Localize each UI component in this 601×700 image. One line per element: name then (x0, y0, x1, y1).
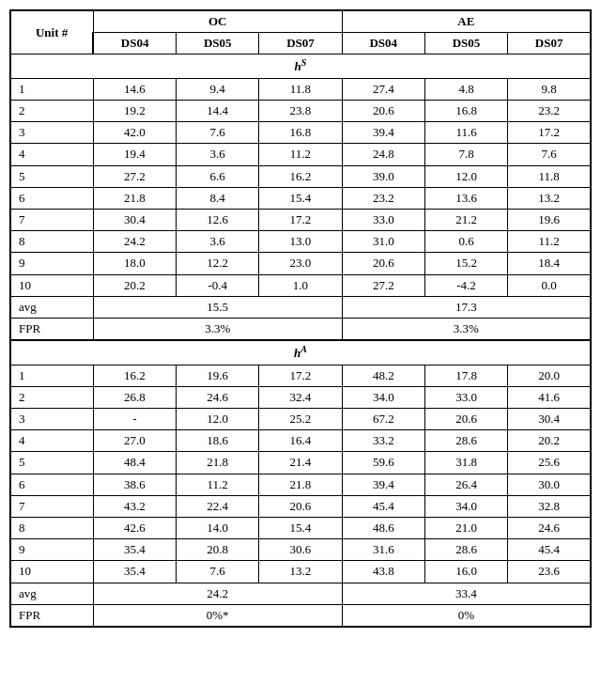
oc-ds05-cell: 11.2 (177, 474, 259, 495)
table-row: 7 43.2 22.4 20.6 45.4 34.0 32.8 (10, 495, 591, 517)
fpr-ae-a: 0% (342, 604, 591, 627)
ae-ds05-cell: 20.6 (424, 409, 507, 430)
data-table: Unit # OC AE DS04 DS05 DS07 DS04 DS05 DS… (9, 9, 592, 628)
ae-ds04-cell: 48.2 (342, 365, 424, 386)
oc-ds07-cell: 16.4 (259, 430, 342, 452)
ae-ds04-cell: 59.6 (342, 452, 424, 474)
ae-ds05-cell: 33.0 (424, 386, 507, 408)
table-row: 4 27.0 18.6 16.4 33.2 28.6 20.2 (10, 430, 591, 452)
oc-ds05-cell: 19.6 (177, 365, 259, 386)
header-row-ds: DS04 DS05 DS07 DS04 DS05 DS07 (10, 33, 591, 54)
table-row: 6 38.6 11.2 21.8 39.4 26.4 30.0 (10, 474, 591, 495)
avg-oc-s: 15.5 (93, 296, 342, 318)
ae-ds04-header: DS04 (342, 33, 424, 54)
table-row: 1 16.2 19.6 17.2 48.2 17.8 20.0 (10, 365, 591, 386)
ae-ds05-cell: 31.8 (424, 452, 507, 474)
ae-ds05-cell: 0.6 (424, 231, 507, 253)
ae-ds07-cell: 23.6 (508, 561, 591, 583)
oc-header: OC (93, 10, 342, 33)
ae-ds07-cell: 20.0 (508, 365, 591, 386)
oc-ds04-cell: 38.6 (93, 474, 176, 495)
ae-ds04-cell: 33.0 (342, 210, 424, 231)
unit-cell: 5 (10, 165, 93, 187)
oc-ds05-cell: 18.6 (177, 430, 259, 452)
ae-ds07-cell: 0.0 (508, 274, 591, 296)
ae-ds04-cell: 39.4 (342, 474, 424, 495)
header-row-group: Unit # OC AE (10, 10, 591, 33)
ae-ds04-cell: 23.2 (342, 187, 424, 209)
table-row: 9 18.0 12.2 23.0 20.6 15.2 18.4 (10, 253, 591, 274)
oc-ds04-cell: 16.2 (93, 365, 176, 386)
oc-ds04-cell: 14.6 (93, 78, 176, 100)
oc-ds04-cell: 42.0 (93, 122, 176, 144)
ae-ds05-cell: -4.2 (424, 274, 507, 296)
oc-ds04-cell: 35.4 (93, 561, 176, 583)
oc-ds07-cell: 11.8 (259, 78, 342, 100)
oc-ds04-cell: 27.2 (93, 165, 176, 187)
ae-ds05-cell: 16.0 (424, 561, 507, 583)
oc-ds04-cell: 43.2 (93, 495, 176, 517)
unit-cell: 3 (10, 122, 93, 144)
ae-ds07-cell: 18.4 (508, 253, 591, 274)
ae-ds04-cell: 27.4 (342, 78, 424, 100)
unit-cell: 3 (10, 409, 93, 430)
oc-ds07-cell: 23.0 (259, 253, 342, 274)
ae-ds07-cell: 13.2 (508, 187, 591, 209)
ae-ds05-cell: 4.8 (424, 78, 507, 100)
oc-ds04-cell: 24.2 (93, 231, 176, 253)
oc-ds05-cell: 3.6 (177, 144, 259, 165)
ae-ds07-cell: 32.8 (508, 495, 591, 517)
unit-cell: 10 (10, 274, 93, 296)
oc-ds07-cell: 15.4 (259, 187, 342, 209)
ae-ds05-cell: 7.8 (424, 144, 507, 165)
oc-ds05-cell: -0.4 (177, 274, 259, 296)
unit-cell: 4 (10, 144, 93, 165)
ae-ds04-cell: 20.6 (342, 253, 424, 274)
oc-ds05-cell: 8.4 (177, 187, 259, 209)
table-row: 8 24.2 3.6 13.0 31.0 0.6 11.2 (10, 231, 591, 253)
oc-ds05-cell: 12.2 (177, 253, 259, 274)
oc-ds05-cell: 7.6 (177, 561, 259, 583)
fpr-label-a: FPR (10, 604, 93, 627)
unit-cell: 10 (10, 561, 93, 583)
oc-ds04-cell: 21.8 (93, 187, 176, 209)
unit-cell: 2 (10, 386, 93, 408)
ae-ds05-cell: 16.8 (424, 101, 507, 122)
ae-ds04-cell: 24.8 (342, 144, 424, 165)
ae-ds07-cell: 30.0 (508, 474, 591, 495)
unit-cell: 6 (10, 187, 93, 209)
unit-cell: 2 (10, 101, 93, 122)
section-a-header-row: hA (10, 340, 591, 365)
table-row: 4 19.4 3.6 11.2 24.8 7.8 7.6 (10, 144, 591, 165)
ae-ds04-cell: 39.0 (342, 165, 424, 187)
oc-ds04-cell: 27.0 (93, 430, 176, 452)
avg-oc-a: 24.2 (93, 583, 342, 604)
ae-ds07-header: DS07 (508, 33, 591, 54)
ae-ds07-cell: 23.2 (508, 101, 591, 122)
unit-cell: 9 (10, 539, 93, 561)
oc-ds04-cell: 19.2 (93, 101, 176, 122)
oc-ds07-cell: 17.2 (259, 365, 342, 386)
oc-ds07-cell: 21.4 (259, 452, 342, 474)
unit-cell: 5 (10, 452, 93, 474)
fpr-oc-s: 3.3% (93, 318, 342, 340)
oc-ds07-cell: 30.6 (259, 539, 342, 561)
oc-ds05-cell: 7.6 (177, 122, 259, 144)
oc-ds04-cell: 19.4 (93, 144, 176, 165)
oc-ds07-cell: 32.4 (259, 386, 342, 408)
oc-ds05-cell: 24.6 (177, 386, 259, 408)
unit-cell: 4 (10, 430, 93, 452)
table-row: 10 20.2 -0.4 1.0 27.2 -4.2 0.0 (10, 274, 591, 296)
ae-ds05-cell: 15.2 (424, 253, 507, 274)
fpr-oc-a: 0%* (93, 604, 342, 627)
oc-ds07-cell: 1.0 (259, 274, 342, 296)
section-s-label: hS (10, 54, 591, 79)
oc-ds07-cell: 17.2 (259, 210, 342, 231)
unit-cell: 8 (10, 231, 93, 253)
ae-ds04-cell: 48.6 (342, 517, 424, 538)
oc-ds04-cell: - (93, 409, 176, 430)
oc-ds07-cell: 23.8 (259, 101, 342, 122)
table-row: 2 26.8 24.6 32.4 34.0 33.0 41.6 (10, 386, 591, 408)
ae-ds04-cell: 20.6 (342, 101, 424, 122)
oc-ds04-cell: 20.2 (93, 274, 176, 296)
